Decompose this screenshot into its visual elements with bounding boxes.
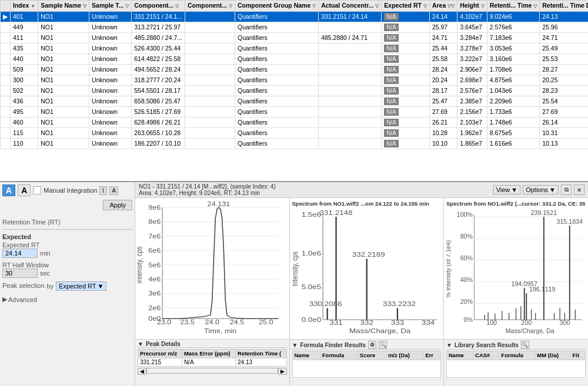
svg-text:0.0e0: 0.0e0: [301, 316, 321, 323]
cell-comp-group: Quantifiers: [235, 11, 318, 22]
table-row[interactable]: 110NO1Unknown186.2207 / 10.10Quantifiers…: [1, 138, 589, 149]
btn-a-large[interactable]: A: [2, 184, 15, 196]
svg-text:24.5: 24.5: [230, 318, 245, 326]
settings-btn[interactable]: ✕: [574, 184, 584, 195]
cell-retention-time: 2.209e6: [487, 96, 540, 106]
cell-retention-time: 1.733e6: [487, 106, 540, 117]
table-row[interactable]: 449NO1Unknown313.2721 / 25.97Quantifiers…: [1, 22, 589, 32]
table-row[interactable]: 440NO1Unknown614.4822 / 25.58Quantifiers…: [1, 53, 589, 64]
col-sample-type[interactable]: Sample T... ▽: [89, 1, 132, 12]
row-arrow: [1, 43, 11, 53]
formula-col-mz: m/z (Da): [386, 351, 423, 360]
expected-rt-input[interactable]: [2, 249, 38, 258]
peak-icon-1[interactable]: ⌇: [99, 186, 107, 195]
table-row[interactable]: ▶401NO1Unknown331.2151 / 24.1...Quantifi…: [1, 11, 589, 22]
cell-component1: 186.2207 / 10.10: [132, 138, 185, 149]
svg-text:Mass/Charge, Da: Mass/Charge, Da: [349, 328, 410, 335]
retention-time-row: Retention Time (RT): [2, 219, 132, 226]
cell-component2: [185, 22, 235, 32]
table-row[interactable]: 300NO1Unknown318.2777 / 20.24Quantifiers…: [1, 75, 589, 85]
svg-text:60%: 60%: [460, 254, 473, 261]
col-index[interactable]: Index ▼: [11, 1, 38, 12]
col-expected-rt[interactable]: Expected RT ▽: [382, 1, 430, 12]
formula-settings-btn[interactable]: ⚙: [368, 341, 376, 349]
copy-btn[interactable]: ⧉: [561, 184, 572, 195]
na-badge: N/A: [384, 108, 399, 116]
cell-index: 460: [11, 117, 38, 127]
svg-text:Intensity, cps: Intensity, cps: [138, 246, 143, 283]
cell-actual-conc: [319, 117, 382, 127]
cell-expected-rt: N/A: [382, 127, 430, 138]
rt-half-window-input[interactable]: [2, 268, 38, 278]
cell-sample-type: Unknown: [89, 64, 132, 75]
btn-a-small[interactable]: A: [18, 184, 31, 196]
mass-spectrum-title: Spectrum from NO1.wiff2 ...om 24.122 to …: [292, 200, 442, 207]
cell-component1: 331.2151 / 24.1...: [132, 11, 185, 22]
apply-button[interactable]: Apply: [103, 200, 132, 210]
col-sample-name[interactable]: Sample Name ▽: [38, 1, 89, 12]
cell-component2: [185, 127, 235, 138]
formula-finder-label: Formula Finder Results: [300, 342, 366, 348]
svg-text:0%: 0%: [464, 316, 473, 323]
cell-height: 2.698e7: [457, 75, 487, 85]
peak-col-rt: Retention Time (: [236, 350, 286, 358]
peak-scroll-left[interactable]: ◀: [138, 368, 146, 375]
cell-sample-name: NO1: [38, 127, 89, 138]
sort-icon: ▽: [481, 4, 485, 9]
advanced-row[interactable]: ▶ Advanced: [2, 296, 132, 303]
cell-height: 3.222e7: [457, 53, 487, 64]
table-row[interactable]: 460NO1Unknown628.4986 / 26.21Quantifiers…: [1, 117, 589, 127]
na-badge: N/A: [384, 13, 399, 21]
col-component1[interactable]: Component... ▽: [132, 1, 185, 12]
na-badge: N/A: [384, 45, 399, 52]
view-dropdown[interactable]: View ▼: [493, 185, 521, 194]
cell-retention-time: 3.053e6: [487, 43, 540, 53]
cell-actual-conc: [319, 53, 382, 64]
cell-comp-group: Quantifiers: [235, 106, 318, 117]
col-retention-time[interactable]: Retenti... Time ▽: [487, 1, 540, 12]
options-dropdown[interactable]: Options ▼: [523, 185, 559, 194]
peak-scroll-right[interactable]: ▶: [278, 368, 287, 375]
table-row[interactable]: 436NO1Unknown658.5086 / 25.47Quantifiers…: [1, 96, 589, 106]
svg-text:25.0: 25.0: [259, 318, 273, 326]
table-row[interactable]: 502NO1Unknown554.5501 / 28.17Quantifiers…: [1, 85, 589, 96]
cell-sample-type: Unknown: [89, 11, 132, 22]
cell-actual-conc: [319, 106, 382, 117]
formula-search-btn[interactable]: 🔍: [379, 341, 387, 349]
peak-icon-2[interactable]: A: [109, 186, 118, 195]
cell-sample-name: NO1: [38, 11, 89, 22]
right-spectrum-svg: 100% 80% 60% 40% 20% 0% 100 200 300: [446, 208, 586, 337]
cell-component1: 614.4822 / 25.58: [132, 53, 185, 64]
table-row[interactable]: 411NO1Unknown485.2880 / 24.7...Quantifie…: [1, 32, 589, 43]
svg-text:23.5: 23.5: [180, 318, 195, 326]
cell-actual-conc: 485.2880 / 24.71: [319, 32, 382, 43]
col-height[interactable]: Height ▽: [457, 1, 487, 12]
cell-expected-rt: N/A: [382, 22, 430, 32]
table-row[interactable]: 509NO1Unknown494.5652 / 28.24Quantifiers…: [1, 64, 589, 75]
col-area[interactable]: Area ▽▽: [429, 1, 457, 12]
advanced-arrow: ▶: [2, 296, 7, 303]
svg-text:239.1521: 239.1521: [531, 209, 557, 216]
col-actual-conc[interactable]: Actual Concentr... ▽: [319, 1, 382, 12]
left-panel-toolbar: A A Manual Integration ⌇ A: [2, 184, 132, 196]
table-row[interactable]: 495NO1Unknown526.5185 / 27.69Quantifiers…: [1, 106, 589, 117]
manual-integration-checkbox[interactable]: [33, 186, 41, 194]
library-search-btn[interactable]: 🔍: [521, 341, 529, 349]
row-arrow: [1, 75, 11, 85]
cell-index: 440: [11, 53, 38, 64]
table-row[interactable]: 115NO1Unknown263.0655 / 10.28Quantifiers…: [1, 127, 589, 138]
cell-retention-time: 1.708e6: [487, 64, 540, 75]
cell-index: 495: [11, 106, 38, 117]
peak-selection-dropdown[interactable]: Expected RT ▼: [56, 281, 106, 291]
cell-comp-group: Quantifiers: [235, 32, 318, 43]
cell-sample-name: NO1: [38, 85, 89, 96]
info-text-2: Area: 4.102e7, Height: 9.024e6, RT: 24.1…: [139, 190, 493, 196]
table-row[interactable]: 435NO1Unknown526.4300 / 25.44Quantifiers…: [1, 43, 589, 53]
lib-col-name: Name: [447, 351, 473, 360]
col-comp-group[interactable]: Component Group Name ▽: [235, 1, 318, 12]
cell-retention-time-d: 24.71: [540, 32, 588, 43]
col-component2[interactable]: Component... ▽: [185, 1, 235, 12]
cell-height: 1.865e7: [457, 138, 487, 149]
table-wrapper[interactable]: Index ▼ Sample Name ▽ Sample T... ▽ Comp…: [0, 0, 588, 181]
col-retention-time-d[interactable]: Retenti... Time D... ▽: [540, 1, 588, 12]
